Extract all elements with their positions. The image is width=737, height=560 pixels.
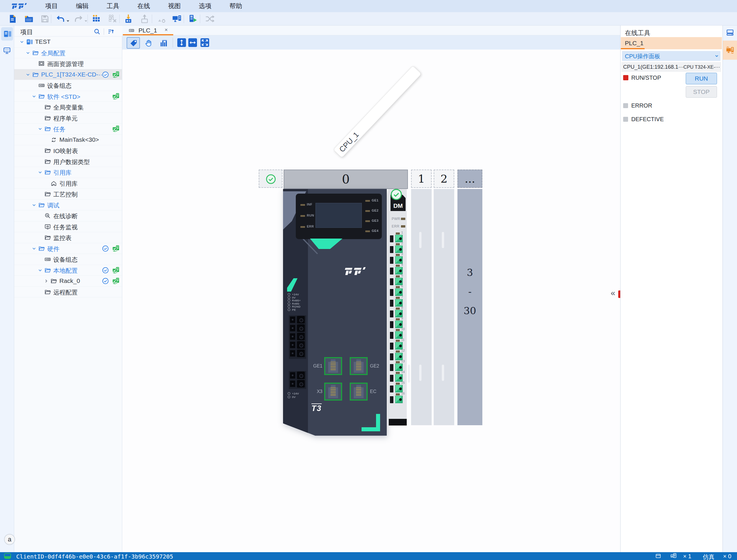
tree-item-全局配置[interactable]: 全局配置 (14, 48, 122, 59)
monitor-icon[interactable] (654, 553, 662, 559)
chevron-right-icon[interactable] (43, 278, 49, 284)
redo-dropdown-caret[interactable] (85, 18, 87, 20)
cpu-endpoint-row[interactable]: CPU_1(GE1:192.168.1··· CPU T324-XE-··· (621, 62, 721, 72)
stop-button[interactable]: STOP (686, 86, 717, 98)
sort-icon[interactable] (107, 28, 115, 35)
upload-from-device-icon[interactable] (140, 14, 150, 24)
menu-item-帮助[interactable]: 帮助 (230, 2, 242, 10)
online-device-tab[interactable]: PLC_1 (621, 37, 722, 49)
menu-item-工具[interactable]: 工具 (107, 2, 119, 10)
search-icon[interactable] (93, 28, 101, 35)
online-config-icon[interactable] (172, 14, 182, 24)
empty-slot-column-2[interactable] (434, 189, 454, 425)
rack-slot-0[interactable]: 0 (284, 170, 408, 189)
chevron-down-icon[interactable] (19, 39, 25, 45)
cpu-module[interactable]: INFRUNERR GE1GE2GE3GE4 +24V0VR485+R485-R… (283, 189, 387, 436)
chevron-down-icon[interactable] (25, 72, 31, 78)
start-simulation-icon[interactable] (188, 14, 198, 24)
dm-channel-number: 5 (401, 274, 403, 277)
tree-item-调试[interactable]: 调试 (14, 200, 122, 211)
tree-item-TEST[interactable]: TEST (14, 37, 122, 48)
menu-item-选项[interactable]: 选项 (199, 2, 212, 10)
dm-submodule[interactable]: DM PWRERR 12345678910111213141516 (388, 189, 407, 426)
chevron-down-icon[interactable] (37, 169, 43, 175)
cpu-panel-section[interactable]: CPU操作面板 (622, 51, 720, 61)
tree-item-监控表[interactable]: 监控表 (14, 232, 122, 243)
sidebar-item-remote-devices[interactable] (3, 46, 11, 54)
avatar[interactable]: a (4, 534, 15, 545)
tree-item-引用库[interactable]: 引用库 (14, 167, 122, 178)
tree-item-MainTask<30>[interactable]: MainTask<30> (14, 134, 122, 146)
chevron-down-icon[interactable] (37, 267, 43, 273)
empty-slot-column-1[interactable] (411, 189, 432, 425)
online-tools-tab-selected[interactable] (723, 41, 737, 60)
fit-screen-icon (201, 39, 209, 47)
undo-dropdown-caret[interactable] (67, 18, 69, 20)
connect-device-icon[interactable] (156, 14, 165, 24)
open-project-icon[interactable] (24, 14, 34, 24)
clean-icon[interactable] (108, 14, 117, 24)
tree-item-远程配置[interactable]: 远程配置 (14, 287, 122, 298)
tree-item-程序单元[interactable]: 程序单元 (14, 113, 122, 124)
chevron-down-icon[interactable] (31, 93, 37, 99)
pan-hand-tool[interactable] (144, 39, 154, 48)
download-to-device-icon[interactable] (123, 14, 133, 24)
select-tag-tool[interactable] (127, 37, 140, 49)
undo-icon[interactable] (56, 14, 66, 24)
tree-item-本地配置[interactable]: 本地配置 (14, 265, 122, 276)
tree-item-画面资源管理[interactable]: 画面资源管理 (14, 58, 122, 69)
save-icon[interactable] (40, 14, 50, 24)
menu-item-视图[interactable]: 视图 (168, 2, 181, 10)
tree-item-在线诊断[interactable]: 在线诊断 (14, 210, 122, 221)
fit-vertical-tool[interactable] (177, 38, 186, 47)
tree-item-设备组态[interactable]: 设备组态 (14, 254, 122, 265)
chevron-down-icon[interactable] (714, 53, 720, 59)
dm-channel-connector[interactable] (395, 396, 403, 403)
tree-item-软件 <STD>[interactable]: 软件 <STD> (14, 91, 122, 102)
sidebar-item-project-explorer[interactable] (1, 27, 13, 41)
device-check-icon[interactable] (669, 553, 678, 559)
tree-item-任务监视[interactable]: 任务监视 (14, 221, 122, 232)
redo-icon[interactable] (74, 14, 83, 24)
collapse-panel-icon[interactable]: « (611, 288, 615, 298)
right-activity-bar (723, 26, 737, 552)
menu-item-在线[interactable]: 在线 (137, 2, 150, 10)
port-pin (356, 370, 361, 370)
compile-icon[interactable] (91, 14, 101, 24)
tree-item-引用库[interactable]: 引用库 (14, 178, 122, 189)
rj45-port-GE1[interactable] (324, 357, 342, 375)
rack-slot-1[interactable]: 1 (411, 170, 432, 188)
chevron-down-icon[interactable] (31, 246, 37, 252)
rack-slot-2[interactable]: 2 (434, 170, 454, 188)
fit-screen-tool[interactable] (201, 38, 209, 47)
chevron-down-icon[interactable] (31, 202, 37, 208)
dm-led-ERR (401, 225, 405, 228)
rj45-port-EC[interactable] (350, 383, 368, 401)
fit-horizontal-tool[interactable] (188, 38, 197, 47)
menu-item-项目[interactable]: 项目 (45, 2, 58, 10)
new-file-icon[interactable] (8, 14, 18, 24)
hardware-catalog-icon[interactable] (726, 28, 734, 37)
tree-item-任务[interactable]: 任务 (14, 123, 122, 134)
cross-reference-icon[interactable] (205, 14, 215, 24)
statistics-tool[interactable] (159, 39, 168, 48)
tree-item-设备组态[interactable]: 设备组态 (14, 80, 122, 91)
tree-item-Rack_0[interactable]: Rack_0 (14, 276, 122, 287)
close-tab-icon[interactable]: × (165, 27, 168, 33)
chevron-down-icon[interactable] (25, 50, 31, 56)
chevron-down-icon[interactable] (37, 126, 43, 132)
tree-item-工艺控制[interactable]: 工艺控制 (14, 189, 122, 200)
tree-item-PLC_1[T324-XE-CD-···[interactable]: PLC_1[T324-XE-CD-··· (14, 69, 122, 80)
run-button[interactable]: RUN (686, 73, 717, 84)
rack-slot-more[interactable]: ... (457, 170, 482, 188)
menu-item-编辑[interactable]: 编辑 (76, 2, 89, 10)
rj45-port-X3[interactable] (324, 383, 342, 401)
tree-item-IO映射表[interactable]: IO映射表 (14, 145, 122, 156)
tree-item-全局变量集[interactable]: 全局变量集 (14, 102, 122, 113)
slot-range-column[interactable]: 3-30 (457, 189, 482, 425)
tab-plc-1[interactable]: PLC_1 (139, 27, 157, 34)
tree-item-硬件[interactable]: 硬件 (14, 243, 122, 254)
tree-item-用户数据类型[interactable]: 用户数据类型 (14, 156, 122, 167)
port-pin (356, 364, 361, 365)
rj45-port-GE2[interactable] (350, 357, 368, 375)
